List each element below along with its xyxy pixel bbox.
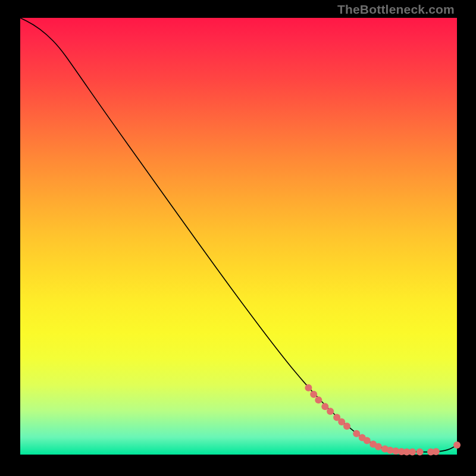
- data-marker: [416, 449, 424, 456]
- watermark-text: TheBottleneck.com: [337, 2, 455, 17]
- chart-overlay: [20, 18, 457, 455]
- data-marker: [409, 449, 416, 456]
- data-marker: [453, 441, 461, 449]
- data-marker: [327, 408, 334, 415]
- data-marker: [364, 437, 371, 444]
- data-marker: [315, 396, 322, 403]
- data-marker: [433, 448, 440, 455]
- data-marker: [305, 384, 312, 392]
- data-marker: [375, 443, 382, 450]
- data-marker: [343, 422, 350, 430]
- data-marker: [310, 391, 317, 398]
- bottleneck-curve: [20, 18, 457, 452]
- chart-frame: TheBottleneck.com: [0, 0, 476, 476]
- data-markers: [305, 384, 461, 456]
